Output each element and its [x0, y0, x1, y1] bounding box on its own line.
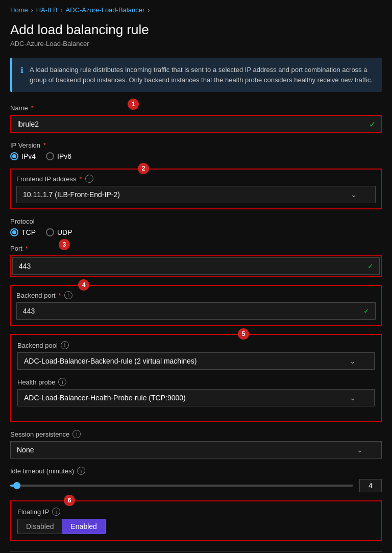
backend-port-section: 4 Backend port * i 443 ✓	[10, 285, 382, 326]
health-probe-subsection: Health probe i ADC-Load-Balancer-Health-…	[17, 378, 375, 406]
step-badge-6: 6	[64, 495, 75, 506]
backend-port-border-group: Backend port * i 443 ✓	[10, 285, 382, 326]
info-icon: ℹ	[20, 65, 23, 75]
session-persistence-info-icon[interactable]: i	[72, 430, 81, 438]
backend-pool-label: Backend pool i	[17, 341, 375, 349]
udp-option[interactable]: UDP	[46, 228, 72, 236]
tcp-label: TCP	[21, 228, 36, 236]
port-dropdown-box[interactable]: 443 ✓	[12, 257, 380, 275]
name-section: 1 Name * ✓	[10, 104, 382, 133]
port-section: 3 Port * 443 ✓	[10, 245, 382, 277]
frontend-ip-border-group: Frontend IP address * i 10.11.1.7 (ILB-F…	[10, 169, 382, 209]
required-star-backend-port: *	[59, 292, 61, 299]
session-persistence-chevron-icon: ⌄	[357, 446, 363, 454]
port-checkmark-icon: ✓	[368, 262, 374, 270]
tcp-option[interactable]: TCP	[10, 228, 36, 236]
backend-pool-value: ADC-Load-Balancer-Backend-rule (2 virtua…	[24, 357, 197, 365]
floating-ip-section: 6 Floating IP i Disabled Enabled	[10, 500, 382, 541]
required-star-name: *	[31, 104, 34, 112]
frontend-ip-info-icon[interactable]: i	[85, 175, 93, 183]
protocol-label: Protocol	[10, 218, 382, 225]
backend-port-label: Backend port * i	[16, 291, 376, 299]
breadcrumb-load-balancer[interactable]: ADC-Azure-Load-Balancer	[66, 6, 145, 14]
step-badge-5: 5	[238, 328, 249, 340]
health-probe-label: Health probe i	[17, 378, 375, 386]
ipv4-label: IPv4	[21, 152, 36, 160]
port-border-wrapper: 443 ✓	[10, 255, 382, 277]
info-banner-text: A load balancing rule distributes incomi…	[30, 65, 374, 85]
frontend-ip-label: Frontend IP address * i	[16, 175, 376, 183]
floating-ip-toggle-group: Disabled Enabled	[17, 519, 375, 534]
floating-ip-disabled-toggle[interactable]: Disabled	[17, 519, 62, 534]
backend-pool-subsection: Backend pool i ADC-Load-Balancer-Backend…	[17, 341, 375, 370]
idle-timeout-slider-container: 4	[10, 479, 382, 492]
idle-timeout-value-box[interactable]: 4	[359, 479, 382, 492]
idle-timeout-info-icon[interactable]: i	[77, 467, 85, 475]
ipv4-option[interactable]: IPv4	[10, 152, 36, 160]
session-persistence-dropdown: None ⌄	[10, 441, 382, 459]
udp-radio[interactable]	[46, 228, 54, 236]
session-persistence-label: Session persistence i	[10, 430, 382, 438]
idle-timeout-label: Idle timeout (minutes) i	[10, 467, 382, 475]
name-input-wrapper: ✓	[10, 115, 382, 133]
name-checkmark-icon: ✓	[369, 119, 376, 129]
session-persistence-value: None	[17, 446, 34, 454]
backend-pool-dropdown-box[interactable]: ADC-Load-Balancer-Backend-rule (2 virtua…	[17, 352, 375, 370]
backend-pool-info-icon[interactable]: i	[61, 341, 69, 349]
protocol-section: Protocol TCP UDP	[10, 218, 382, 236]
required-star-port: *	[26, 245, 28, 252]
health-probe-info-icon[interactable]: i	[58, 378, 66, 386]
breadcrumb-sep1: ›	[31, 7, 33, 14]
name-input[interactable]	[10, 115, 382, 133]
backend-port-dropdown-box[interactable]: 443 ✓	[16, 302, 376, 320]
ipv6-label: IPv6	[57, 152, 71, 160]
breadcrumb-ha-ilb[interactable]: HA-ILB	[36, 6, 58, 14]
health-probe-dropdown: ADC-Load-Balancer-Health-Probe-rule (TCP…	[17, 389, 375, 406]
frontend-ip-section: 2 Frontend IP address * i 10.11.1.7 (ILB…	[10, 169, 382, 209]
health-probe-dropdown-box[interactable]: ADC-Load-Balancer-Health-Probe-rule (TCP…	[17, 389, 375, 406]
name-label: Name *	[10, 104, 382, 112]
page-subtitle: ADC-Azure-Load-Balancer	[10, 40, 382, 47]
ip-version-label: IP Version *	[10, 141, 382, 149]
ipv6-option[interactable]: IPv6	[46, 152, 71, 160]
frontend-ip-dropdown: 10.11.1.7 (ILB-Front-End-IP-2) ⌄	[16, 186, 376, 203]
backend-port-value: 443	[23, 307, 35, 315]
backend-port-info-icon[interactable]: i	[64, 291, 72, 299]
floating-ip-label: Floating IP i	[17, 508, 375, 516]
port-value: 443	[19, 262, 31, 270]
port-dropdown: 443 ✓	[12, 257, 380, 275]
breadcrumb-home[interactable]: Home	[10, 6, 28, 14]
ipv6-radio[interactable]	[46, 152, 54, 160]
frontend-ip-chevron-icon: ⌄	[351, 190, 357, 199]
udp-label: UDP	[57, 228, 72, 236]
session-persistence-dropdown-box[interactable]: None ⌄	[10, 441, 382, 459]
session-persistence-section: Session persistence i None ⌄	[10, 430, 382, 459]
page-title: Add load balancing rule	[10, 22, 382, 38]
required-star-frontend: *	[80, 175, 82, 183]
ipv4-radio[interactable]	[10, 152, 18, 160]
tcp-radio[interactable]	[10, 228, 18, 236]
backend-pool-dropdown: ADC-Load-Balancer-Backend-rule (2 virtua…	[17, 352, 375, 370]
idle-timeout-slider-track	[10, 485, 353, 487]
floating-ip-enabled-toggle[interactable]: Enabled	[62, 519, 105, 534]
backend-port-dropdown: 443 ✓	[16, 302, 376, 320]
frontend-ip-value: 10.11.1.7 (ILB-Front-End-IP-2)	[23, 190, 120, 199]
step-badge-1: 1	[128, 99, 139, 110]
ip-version-radio-group: IPv4 IPv6	[10, 152, 382, 160]
floating-ip-info-icon[interactable]: i	[52, 508, 60, 516]
ip-version-section: IP Version * IPv4 IPv6	[10, 141, 382, 160]
breadcrumb: Home › HA-ILB › ADC-Azure-Load-Balancer …	[10, 6, 382, 14]
idle-timeout-slider-thumb[interactable]	[13, 482, 20, 489]
frontend-ip-dropdown-box[interactable]: 10.11.1.7 (ILB-Front-End-IP-2) ⌄	[16, 186, 376, 203]
health-probe-chevron-icon: ⌄	[350, 394, 356, 402]
protocol-radio-group: TCP UDP	[10, 228, 382, 236]
idle-timeout-section: Idle timeout (minutes) i 4	[10, 467, 382, 492]
step-badge-4: 4	[78, 279, 89, 291]
step-badge-2: 2	[138, 163, 149, 174]
divider	[10, 551, 382, 552]
breadcrumb-sep3: ›	[148, 7, 150, 14]
health-probe-value: ADC-Load-Balancer-Health-Probe-rule (TCP…	[24, 394, 186, 402]
breadcrumb-sep2: ›	[61, 7, 63, 14]
info-banner: ℹ A load balancing rule distributes inco…	[10, 58, 382, 92]
backend-port-checkmark-icon: ✓	[363, 307, 370, 315]
